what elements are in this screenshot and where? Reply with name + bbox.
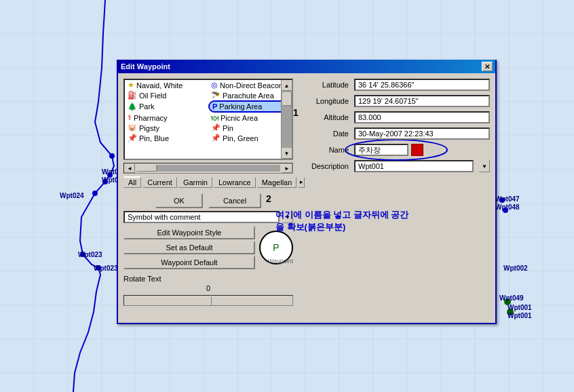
- pin-green-icon: 📌: [211, 134, 221, 142]
- symbol-item-park[interactable]: 🌲 Park: [125, 100, 208, 113]
- name-input[interactable]: [354, 144, 408, 156]
- slider-container: [123, 295, 293, 306]
- h-scrollbar[interactable]: ◄ ►: [123, 163, 293, 174]
- picnic-icon: 🍽: [211, 114, 218, 122]
- description-label: Description: [301, 162, 349, 170]
- waypoint-default-btn[interactable]: Waypoint Default: [123, 256, 255, 269]
- pigsty-icon: 🐷: [128, 123, 137, 132]
- tab-all[interactable]: All: [123, 176, 141, 188]
- symbol-dropdown[interactable]: Symbol with comment: [123, 211, 280, 223]
- symbol-item-navaid[interactable]: ★ Navaid, White: [125, 80, 208, 90]
- dialog-title: Edit Waypoint: [121, 62, 170, 71]
- symbol-item-pin[interactable]: 📌 Pin: [208, 123, 292, 133]
- symbol-list-container[interactable]: ★ Navaid, White ◎ Non-Direct Beacon ⛽ Oi…: [123, 79, 293, 160]
- altitude-label: Altitude: [301, 113, 349, 121]
- symbol-label-pin-green: Pin, Green: [223, 134, 259, 142]
- rotate-section: Rotate Text 0: [123, 275, 293, 306]
- annotation-number-2: 2: [266, 193, 271, 204]
- scroll-up-btn[interactable]: ▲: [282, 80, 292, 91]
- symbol-label-pigsty: Pigsty: [139, 124, 159, 132]
- description-row: Description ▼: [301, 160, 490, 172]
- close-button[interactable]: ✕: [482, 62, 493, 71]
- symbol-scrollbar[interactable]: ▲ ▼: [281, 80, 292, 159]
- symbol-label-park: Park: [139, 102, 155, 111]
- symbol-label-pharmacy: Pharmacy: [134, 114, 168, 122]
- navaid-icon: ★: [128, 81, 134, 90]
- map-label-wpt023a: Wpt023: [78, 251, 102, 258]
- h-scroll-thumb[interactable]: [136, 165, 157, 172]
- waypoint-preview-icon: P: [273, 242, 279, 253]
- pin-blue-icon: 📌: [128, 134, 137, 142]
- map-label-wpt023b: Wpt023: [94, 264, 118, 272]
- edit-waypoint-style-btn[interactable]: Edit Waypoint Style: [123, 226, 255, 239]
- symbol-item-parking[interactable]: P Parking Area: [208, 100, 292, 113]
- symbol-label-picnic: Picnic Area: [221, 114, 258, 122]
- tabs-row: All Current Garmin Lowrance Magellan ►: [123, 176, 293, 188]
- tab-magellan[interactable]: Magellan: [257, 177, 297, 188]
- latitude-row: Latitude: [301, 79, 490, 91]
- svg-point-27: [109, 153, 115, 159]
- dropdown-row: Symbol with comment ▼: [123, 211, 293, 223]
- tab-garmin[interactable]: Garmin: [178, 177, 212, 188]
- map-label-wpt002: Wpt002: [503, 264, 528, 272]
- rotate-slider[interactable]: [123, 295, 293, 306]
- name-color-box[interactable]: [411, 144, 423, 156]
- oil-icon: ⛽: [128, 91, 137, 100]
- action-row: Edit Waypoint Style Set as Default Waypo…: [123, 226, 293, 269]
- h-scroll-left-btn[interactable]: ◄: [124, 163, 135, 173]
- set-as-default-btn[interactable]: Set as Default: [123, 241, 255, 254]
- symbol-item-parachute[interactable]: 🪂 Parachute Area: [208, 90, 292, 100]
- svg-point-30: [92, 191, 98, 196]
- longitude-input[interactable]: [354, 95, 490, 107]
- map-label-wpt047: Wpt047: [495, 195, 520, 203]
- symbol-item-nondir[interactable]: ◎ Non-Direct Beacon: [208, 80, 292, 90]
- rotate-text-label: Rotate Text: [123, 275, 293, 283]
- scroll-track[interactable]: [282, 91, 292, 148]
- slider-thumb[interactable]: [205, 296, 212, 306]
- description-dropdown-icon[interactable]: ▼: [479, 160, 490, 172]
- scroll-thumb[interactable]: [282, 92, 292, 106]
- pin-icon: 📌: [211, 123, 221, 132]
- map-label-wpt024: Wpt024: [60, 192, 84, 199]
- name-field-container: [354, 144, 490, 156]
- symbol-item-picnic[interactable]: 🍽 Picnic Area: [208, 113, 292, 123]
- symbol-item-pin-green[interactable]: 📌 Pin, Green: [208, 133, 292, 143]
- tab-lowrance[interactable]: Lowrance: [214, 177, 256, 188]
- symbol-item-pin-blue[interactable]: 📌 Pin, Blue: [125, 133, 208, 143]
- altitude-input[interactable]: [354, 111, 490, 123]
- longitude-row: Longitude: [301, 95, 490, 107]
- map-label-wpt001b: Wpt001: [508, 312, 532, 319]
- symbol-item-pigsty[interactable]: 🐷 Pigsty: [125, 123, 208, 133]
- symbol-label-nondir: Non-Direct Beacon: [220, 81, 283, 90]
- description-input[interactable]: [354, 160, 474, 172]
- nondir-icon: ◎: [211, 81, 218, 90]
- symbol-label-parachute: Parachute Area: [223, 92, 274, 100]
- symbol-item-pharmacy[interactable]: ⚕ Pharmacy: [125, 113, 208, 123]
- tab-current[interactable]: Current: [142, 177, 177, 188]
- map-label-wpt049: Wpt049: [499, 294, 524, 302]
- parachute-icon: 🪂: [211, 91, 221, 100]
- dialog-titlebar: Edit Waypoint ✕: [118, 60, 495, 73]
- ok-button[interactable]: OK: [155, 193, 203, 208]
- h-scroll-right-btn[interactable]: ►: [282, 163, 292, 173]
- map-label-wpt001a: Wpt001: [508, 304, 532, 311]
- date-input[interactable]: [354, 128, 490, 140]
- latitude-input[interactable]: [354, 79, 490, 91]
- altitude-row: Altitude: [301, 111, 490, 123]
- latitude-label: Latitude: [301, 81, 349, 89]
- date-label: Date: [301, 130, 349, 138]
- waypoint-label-preview: Waypoint: [268, 258, 293, 264]
- name-row: Name: [301, 144, 490, 156]
- longitude-label: Longitude: [301, 97, 349, 105]
- symbol-item-oil[interactable]: ⛽ Oil Field: [125, 90, 208, 100]
- dialog-content: ★ Navaid, White ◎ Non-Direct Beacon ⛽ Oi…: [118, 73, 495, 323]
- h-scroll-track[interactable]: [136, 165, 280, 172]
- rotate-value: 0: [123, 284, 293, 292]
- annotation-text: 여기에 이름을 넣고 글자뒤에 공간 을 확보(붉은부분): [275, 209, 408, 233]
- symbol-label-pin-blue: Pin, Blue: [139, 134, 169, 142]
- symbol-label-oil: Oil Field: [139, 92, 166, 100]
- cancel-button[interactable]: Cancel: [208, 193, 261, 208]
- park-icon: 🌲: [128, 102, 137, 111]
- scroll-down-btn[interactable]: ▼: [282, 148, 292, 159]
- parking-icon: P: [212, 102, 217, 111]
